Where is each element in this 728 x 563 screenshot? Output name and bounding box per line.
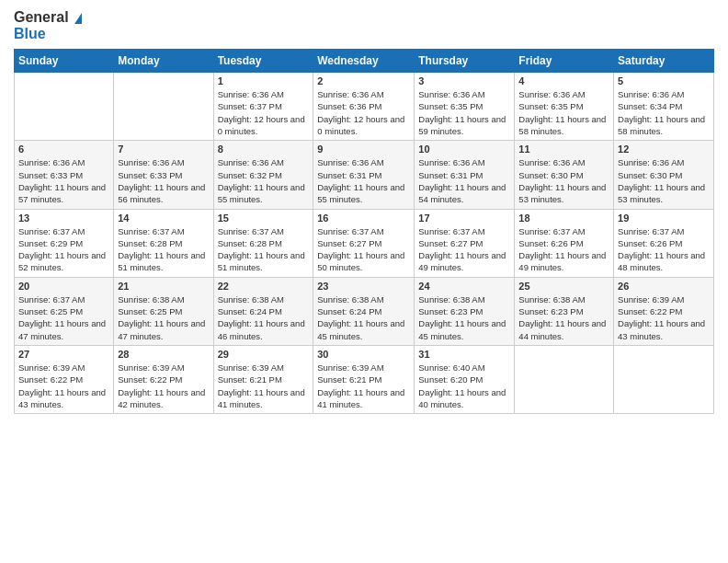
day-info: Sunrise: 6:37 AMSunset: 6:28 PMDaylight:… [118, 225, 209, 274]
day-cell [614, 345, 714, 413]
day-info: Sunrise: 6:38 AMSunset: 6:24 PMDaylight:… [218, 293, 310, 342]
week-row: 1Sunrise: 6:36 AMSunset: 6:37 PMDaylight… [15, 73, 714, 141]
day-number: 24 [418, 281, 510, 292]
day-cell [114, 73, 213, 141]
day-cell: 6Sunrise: 6:36 AMSunset: 6:33 PMDaylight… [15, 141, 114, 209]
day-info: Sunrise: 6:37 AMSunset: 6:27 PMDaylight:… [317, 225, 410, 274]
day-info: Sunrise: 6:37 AMSunset: 6:29 PMDaylight:… [18, 225, 109, 274]
day-info: Sunrise: 6:36 AMSunset: 6:35 PMDaylight:… [518, 88, 609, 137]
day-number: 25 [518, 281, 609, 292]
day-cell: 26Sunrise: 6:39 AMSunset: 6:22 PMDayligh… [614, 277, 714, 345]
day-number: 13 [18, 213, 109, 224]
day-cell: 2Sunrise: 6:36 AMSunset: 6:36 PMDaylight… [313, 73, 415, 141]
day-cell: 5Sunrise: 6:36 AMSunset: 6:34 PMDaylight… [614, 73, 714, 141]
day-cell: 24Sunrise: 6:38 AMSunset: 6:23 PMDayligh… [415, 277, 515, 345]
day-number: 17 [418, 213, 510, 224]
day-number: 30 [317, 349, 410, 360]
day-cell: 16Sunrise: 6:37 AMSunset: 6:27 PMDayligh… [313, 209, 415, 277]
day-number: 10 [418, 144, 510, 155]
day-cell: 7Sunrise: 6:36 AMSunset: 6:33 PMDaylight… [114, 141, 213, 209]
header: General Blue [14, 9, 714, 41]
weekday-header: Thursday [415, 50, 515, 73]
day-info: Sunrise: 6:38 AMSunset: 6:23 PMDaylight:… [418, 293, 510, 342]
day-info: Sunrise: 6:38 AMSunset: 6:25 PMDaylight:… [118, 293, 209, 342]
day-cell: 31Sunrise: 6:40 AMSunset: 6:20 PMDayligh… [415, 345, 515, 413]
day-cell: 8Sunrise: 6:36 AMSunset: 6:32 PMDaylight… [213, 141, 313, 209]
day-info: Sunrise: 6:36 AMSunset: 6:33 PMDaylight:… [118, 156, 209, 205]
weekday-header: Sunday [15, 50, 114, 73]
day-cell: 15Sunrise: 6:37 AMSunset: 6:28 PMDayligh… [213, 209, 313, 277]
day-cell: 18Sunrise: 6:37 AMSunset: 6:26 PMDayligh… [515, 209, 614, 277]
day-cell: 23Sunrise: 6:38 AMSunset: 6:24 PMDayligh… [313, 277, 415, 345]
day-info: Sunrise: 6:36 AMSunset: 6:30 PMDaylight:… [518, 156, 609, 205]
weekday-header: Saturday [614, 50, 714, 73]
weekday-header: Wednesday [313, 50, 415, 73]
calendar-page: General Blue SundayMondayTuesdayWednesda… [0, 0, 728, 563]
day-info: Sunrise: 6:37 AMSunset: 6:27 PMDaylight:… [418, 225, 510, 274]
day-info: Sunrise: 6:39 AMSunset: 6:22 PMDaylight:… [118, 362, 209, 410]
weekday-header: Monday [114, 50, 213, 73]
day-info: Sunrise: 6:36 AMSunset: 6:34 PMDaylight:… [618, 88, 710, 137]
day-info: Sunrise: 6:36 AMSunset: 6:31 PMDaylight:… [418, 156, 510, 205]
header-row: SundayMondayTuesdayWednesdayThursdayFrid… [15, 50, 714, 73]
day-number: 12 [618, 144, 710, 155]
day-info: Sunrise: 6:36 AMSunset: 6:31 PMDaylight:… [317, 156, 410, 205]
day-number: 8 [218, 144, 310, 155]
day-cell: 25Sunrise: 6:38 AMSunset: 6:23 PMDayligh… [515, 277, 614, 345]
day-info: Sunrise: 6:38 AMSunset: 6:24 PMDaylight:… [317, 293, 410, 342]
weekday-header: Tuesday [213, 50, 313, 73]
day-number: 20 [18, 281, 109, 292]
calendar-table: SundayMondayTuesdayWednesdayThursdayFrid… [14, 49, 714, 414]
day-number: 22 [218, 281, 310, 292]
week-row: 13Sunrise: 6:37 AMSunset: 6:29 PMDayligh… [15, 209, 714, 277]
day-number: 26 [618, 281, 710, 292]
day-info: Sunrise: 6:37 AMSunset: 6:28 PMDaylight:… [218, 225, 310, 274]
day-number: 29 [218, 349, 310, 360]
day-info: Sunrise: 6:36 AMSunset: 6:35 PMDaylight:… [418, 88, 510, 137]
day-info: Sunrise: 6:36 AMSunset: 6:37 PMDaylight:… [218, 88, 310, 137]
day-info: Sunrise: 6:38 AMSunset: 6:23 PMDaylight:… [518, 293, 609, 342]
day-number: 6 [18, 144, 109, 155]
day-info: Sunrise: 6:40 AMSunset: 6:20 PMDaylight:… [418, 362, 510, 410]
day-info: Sunrise: 6:36 AMSunset: 6:30 PMDaylight:… [618, 156, 710, 205]
day-info: Sunrise: 6:39 AMSunset: 6:21 PMDaylight:… [317, 362, 410, 410]
day-cell: 4Sunrise: 6:36 AMSunset: 6:35 PMDaylight… [515, 73, 614, 141]
week-row: 6Sunrise: 6:36 AMSunset: 6:33 PMDaylight… [15, 141, 714, 209]
day-cell: 21Sunrise: 6:38 AMSunset: 6:25 PMDayligh… [114, 277, 213, 345]
day-number: 21 [118, 281, 209, 292]
day-number: 11 [518, 144, 609, 155]
day-cell: 9Sunrise: 6:36 AMSunset: 6:31 PMDaylight… [313, 141, 415, 209]
day-number: 18 [518, 213, 609, 224]
day-number: 5 [618, 75, 710, 86]
day-number: 4 [518, 75, 609, 86]
day-cell: 3Sunrise: 6:36 AMSunset: 6:35 PMDaylight… [415, 73, 515, 141]
day-cell: 29Sunrise: 6:39 AMSunset: 6:21 PMDayligh… [213, 345, 313, 413]
day-cell: 27Sunrise: 6:39 AMSunset: 6:22 PMDayligh… [15, 345, 114, 413]
day-number: 31 [418, 349, 510, 360]
week-row: 20Sunrise: 6:37 AMSunset: 6:25 PMDayligh… [15, 277, 714, 345]
day-number: 14 [118, 213, 209, 224]
day-cell: 22Sunrise: 6:38 AMSunset: 6:24 PMDayligh… [213, 277, 313, 345]
day-cell: 10Sunrise: 6:36 AMSunset: 6:31 PMDayligh… [415, 141, 515, 209]
day-cell: 11Sunrise: 6:36 AMSunset: 6:30 PMDayligh… [515, 141, 614, 209]
day-number: 23 [317, 281, 410, 292]
day-info: Sunrise: 6:36 AMSunset: 6:36 PMDaylight:… [317, 88, 410, 137]
day-cell: 13Sunrise: 6:37 AMSunset: 6:29 PMDayligh… [15, 209, 114, 277]
day-cell: 20Sunrise: 6:37 AMSunset: 6:25 PMDayligh… [15, 277, 114, 345]
day-info: Sunrise: 6:37 AMSunset: 6:26 PMDaylight:… [618, 225, 710, 274]
day-cell: 12Sunrise: 6:36 AMSunset: 6:30 PMDayligh… [614, 141, 714, 209]
day-number: 1 [218, 75, 310, 86]
day-cell: 14Sunrise: 6:37 AMSunset: 6:28 PMDayligh… [114, 209, 213, 277]
day-info: Sunrise: 6:39 AMSunset: 6:21 PMDaylight:… [218, 362, 310, 410]
day-number: 28 [118, 349, 209, 360]
day-info: Sunrise: 6:37 AMSunset: 6:25 PMDaylight:… [18, 293, 109, 342]
day-cell: 19Sunrise: 6:37 AMSunset: 6:26 PMDayligh… [614, 209, 714, 277]
weekday-header: Friday [515, 50, 614, 73]
day-number: 19 [618, 213, 710, 224]
day-info: Sunrise: 6:36 AMSunset: 6:33 PMDaylight:… [18, 156, 109, 205]
day-cell: 28Sunrise: 6:39 AMSunset: 6:22 PMDayligh… [114, 345, 213, 413]
day-number: 16 [317, 213, 410, 224]
logo-text: General Blue [14, 9, 82, 41]
day-cell: 30Sunrise: 6:39 AMSunset: 6:21 PMDayligh… [313, 345, 415, 413]
day-number: 15 [218, 213, 310, 224]
